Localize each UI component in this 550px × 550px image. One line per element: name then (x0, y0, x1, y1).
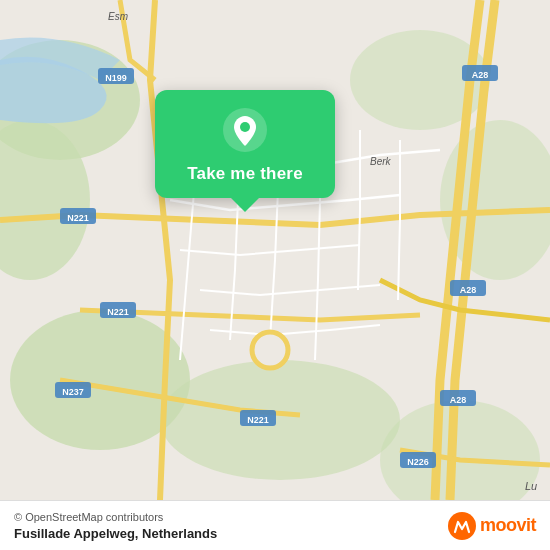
attribution-text: © OpenStreetMap contributors (14, 511, 217, 523)
svg-text:N226: N226 (407, 457, 429, 467)
svg-text:N199: N199 (105, 73, 127, 83)
svg-point-32 (448, 512, 476, 540)
svg-text:N221: N221 (67, 213, 89, 223)
svg-text:Berk: Berk (370, 156, 392, 167)
svg-text:A28: A28 (460, 285, 477, 295)
svg-text:A28: A28 (472, 70, 489, 80)
take-me-there-label: Take me there (187, 164, 303, 184)
moovit-logo: moovit (448, 512, 536, 540)
location-pin-icon (223, 108, 267, 152)
svg-text:A28: A28 (450, 395, 467, 405)
take-me-there-popup[interactable]: Take me there (155, 90, 335, 198)
svg-text:Lu: Lu (525, 480, 537, 492)
moovit-text: moovit (480, 515, 536, 536)
location-name: Fusillade Appelweg, Netherlands (14, 526, 217, 541)
svg-point-31 (240, 122, 250, 132)
map-container: N199 N221 N221 N221 N237 A28 A28 A28 N22… (0, 0, 550, 500)
svg-text:N221: N221 (107, 307, 129, 317)
svg-text:Esm: Esm (108, 11, 128, 22)
svg-text:N237: N237 (62, 387, 84, 397)
moovit-icon (448, 512, 476, 540)
svg-point-4 (160, 360, 400, 480)
svg-point-8 (252, 332, 288, 368)
svg-text:N221: N221 (247, 415, 269, 425)
bottom-bar: © OpenStreetMap contributors Fusillade A… (0, 500, 550, 550)
